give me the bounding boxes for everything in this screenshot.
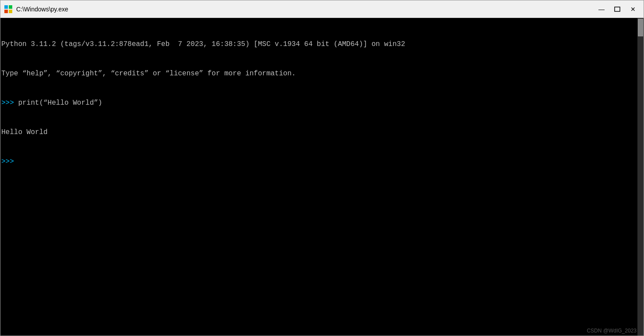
console-content: Python 3.11.2 (tags/v3.11.2:878ead1, Feb… bbox=[0, 18, 644, 188]
svg-rect-2 bbox=[4, 10, 8, 13]
title-bar: C:\Windows\py.exe — ✕ bbox=[0, 0, 644, 18]
output-line-1: Hello World bbox=[1, 127, 642, 137]
window-title: C:\Windows\py.exe bbox=[16, 6, 68, 13]
title-bar-left: C:\Windows\py.exe bbox=[4, 5, 68, 14]
console-area[interactable]: Python 3.11.2 (tags/v3.11.2:878ead1, Feb… bbox=[0, 18, 644, 336]
prompt-1: >>> bbox=[1, 98, 18, 108]
maximize-button[interactable] bbox=[610, 3, 624, 15]
window-icon bbox=[4, 5, 13, 14]
svg-rect-1 bbox=[9, 5, 12, 9]
title-bar-controls: — ✕ bbox=[594, 3, 640, 15]
type-line: Type “help”, “copyright”, “credits” or “… bbox=[1, 69, 642, 78]
scrollbar[interactable] bbox=[637, 18, 644, 336]
svg-rect-4 bbox=[615, 7, 620, 11]
svg-rect-0 bbox=[4, 5, 8, 9]
command-1: print(“Hello World”) bbox=[18, 98, 102, 108]
close-button[interactable]: ✕ bbox=[626, 3, 640, 15]
scrollbar-thumb[interactable] bbox=[638, 19, 643, 36]
svg-rect-3 bbox=[9, 10, 12, 13]
version-line: Python 3.11.2 (tags/v3.11.2:878ead1, Feb… bbox=[1, 39, 642, 49]
prompt-line-2[interactable]: >>> bbox=[1, 157, 642, 166]
window: C:\Windows\py.exe — ✕ Python 3.11.2 (tag… bbox=[0, 0, 644, 336]
minimize-button[interactable]: — bbox=[594, 3, 609, 15]
watermark: CSDN @WdIG_2023 bbox=[587, 328, 637, 334]
prompt-line-1: >>> print(“Hello World”) bbox=[1, 98, 642, 108]
